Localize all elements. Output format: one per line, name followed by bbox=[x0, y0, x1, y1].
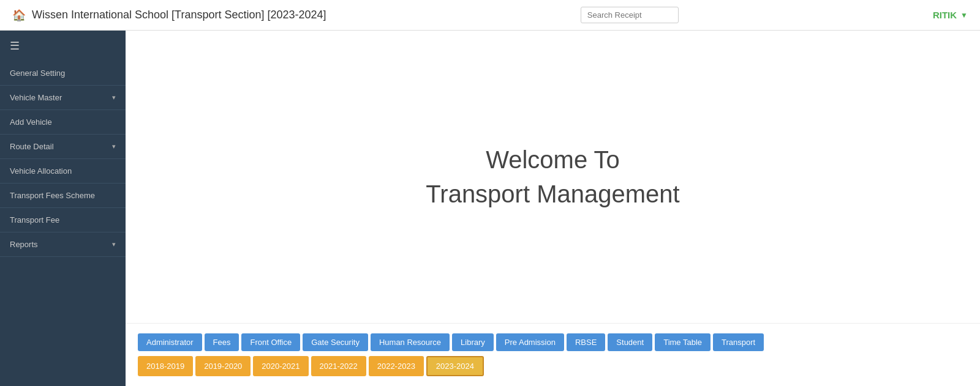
sidebar-item-transport-fees-scheme[interactable]: Transport Fees Scheme bbox=[0, 184, 126, 208]
year-btn-2022-2023[interactable]: 2022-2023 bbox=[369, 356, 424, 376]
module-btn-time-table[interactable]: Time Table bbox=[655, 333, 710, 351]
sidebar-menu-icon[interactable]: ☰ bbox=[0, 31, 126, 61]
main-content: Welcome To Transport Management Administ… bbox=[126, 31, 980, 386]
year-buttons: 2018-20192019-20202020-20212021-20222022… bbox=[138, 356, 968, 376]
sidebar-item-vehicle-master[interactable]: Vehicle Master▾ bbox=[0, 86, 126, 110]
year-btn-2023-2024[interactable]: 2023-2024 bbox=[426, 356, 484, 376]
sidebar-item-label: Vehicle Master bbox=[10, 93, 62, 102]
module-btn-gate-security[interactable]: Gate Security bbox=[303, 333, 368, 351]
sidebar-item-add-vehicle[interactable]: Add Vehicle bbox=[0, 110, 126, 135]
module-btn-administrator[interactable]: Administrator bbox=[138, 333, 202, 351]
chevron-down-icon: ▾ bbox=[112, 94, 116, 102]
year-btn-2021-2022[interactable]: 2021-2022 bbox=[311, 356, 366, 376]
module-btn-human-resource[interactable]: Human Resource bbox=[371, 333, 450, 351]
welcome-area: Welcome To Transport Management bbox=[126, 31, 980, 323]
user-dropdown-icon[interactable]: ▼ bbox=[960, 11, 968, 20]
search-receipt-input[interactable] bbox=[581, 7, 679, 23]
sidebar-item-label: Vehicle Allocation bbox=[10, 166, 72, 176]
sidebar-item-transport-fee[interactable]: Transport Fee bbox=[0, 208, 126, 232]
bottom-section: AdministratorFeesFront OfficeGate Securi… bbox=[126, 323, 980, 386]
module-btn-fees[interactable]: Fees bbox=[205, 333, 239, 351]
sidebar-item-label: Transport Fee bbox=[10, 215, 59, 225]
module-btn-pre-admission[interactable]: Pre Admission bbox=[496, 333, 564, 351]
sidebar: ☰ General SettingVehicle Master▾Add Vehi… bbox=[0, 31, 126, 386]
chevron-down-icon: ▾ bbox=[112, 240, 116, 248]
sidebar-item-label: Add Vehicle bbox=[10, 117, 52, 127]
chevron-down-icon: ▾ bbox=[112, 143, 116, 150]
header: 🏠 Wissen International School [Transport… bbox=[0, 0, 980, 31]
module-btn-rbse[interactable]: RBSE bbox=[567, 333, 605, 351]
header-left: 🏠 Wissen International School [Transport… bbox=[12, 9, 326, 22]
module-btn-library[interactable]: Library bbox=[452, 333, 494, 351]
header-title: Wissen International School [Transport S… bbox=[32, 9, 326, 21]
welcome-line2: Transport Management bbox=[426, 180, 679, 207]
sidebar-item-label: Route Detail bbox=[10, 142, 54, 151]
sidebar-item-label: Transport Fees Scheme bbox=[10, 191, 95, 200]
module-btn-student[interactable]: Student bbox=[608, 333, 652, 351]
sidebar-item-general-setting[interactable]: General Setting bbox=[0, 61, 126, 86]
year-btn-2018-2019[interactable]: 2018-2019 bbox=[138, 356, 193, 376]
home-icon: 🏠 bbox=[12, 9, 26, 22]
sidebar-item-label: General Setting bbox=[10, 69, 65, 78]
sidebar-items: General SettingVehicle Master▾Add Vehicl… bbox=[0, 61, 126, 257]
header-right: RITIK ▼ bbox=[933, 10, 968, 20]
sidebar-item-reports[interactable]: Reports▾ bbox=[0, 232, 126, 257]
user-name: RITIK bbox=[933, 10, 957, 20]
module-btn-front-office[interactable]: Front Office bbox=[241, 333, 300, 351]
layout: ☰ General SettingVehicle Master▾Add Vehi… bbox=[0, 31, 980, 386]
module-buttons: AdministratorFeesFront OfficeGate Securi… bbox=[138, 333, 968, 351]
module-btn-transport[interactable]: Transport bbox=[713, 333, 764, 351]
sidebar-item-label: Reports bbox=[10, 240, 38, 249]
sidebar-item-vehicle-allocation[interactable]: Vehicle Allocation bbox=[0, 159, 126, 184]
welcome-line1: Welcome To bbox=[486, 146, 620, 173]
year-btn-2019-2020[interactable]: 2019-2020 bbox=[195, 356, 251, 376]
welcome-title: Welcome To Transport Management bbox=[426, 143, 679, 211]
year-btn-2020-2021[interactable]: 2020-2021 bbox=[253, 356, 308, 376]
sidebar-item-route-detail[interactable]: Route Detail▾ bbox=[0, 135, 126, 159]
